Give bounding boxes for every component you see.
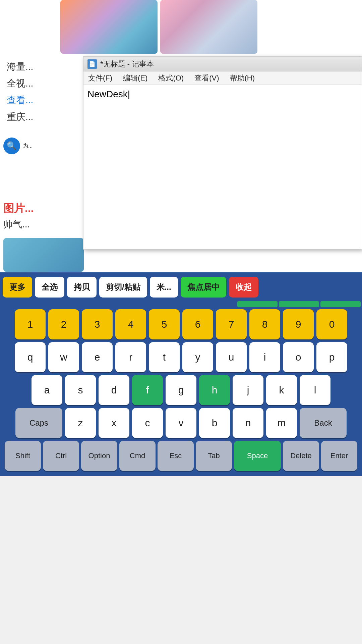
key-r[interactable]: r [115,342,146,372]
key-enter[interactable]: Enter [321,441,357,471]
key-y[interactable]: y [182,342,213,372]
key-q[interactable]: q [15,342,46,372]
section-label-image: 图片... [3,201,34,216]
toolbar-selectall-btn[interactable]: 全选 [35,277,64,298]
key-n[interactable]: n [233,408,263,438]
toolbar-extra-btn[interactable]: 米... [150,277,178,298]
key-z[interactable]: z [65,408,96,438]
toolbar-hide-btn[interactable]: 收起 [229,277,258,298]
menu-format[interactable]: 格式(O) [156,72,186,84]
search-label: 为... [23,143,33,150]
key-v[interactable]: v [166,408,196,438]
qwerty-row: q w e r t y u i o p [0,342,362,372]
notepad-content[interactable]: NewDesk [83,85,362,249]
key-9[interactable]: 9 [283,309,314,339]
key-d[interactable]: d [99,375,129,405]
key-u[interactable]: u [216,342,247,372]
keyboard: 1 2 3 4 5 6 7 8 9 0 q w e r t y u i o p … [0,299,362,476]
key-6[interactable]: 6 [182,309,213,339]
key-s[interactable]: s [65,375,96,405]
key-h[interactable]: h [199,375,230,405]
bottom-row: Shift Ctrl Option Cmd Esc Tab Space Dele… [0,441,362,471]
background-images [60,0,257,54]
asdf-row: a s d f g h j k l [0,375,362,405]
keyboard-toolbar: 更多 全选 拷贝 剪切/粘贴 米... 焦点居中 收起 [0,272,362,302]
link-quanshi[interactable]: 全视... [7,77,33,90]
toolbar-cutpaste-btn[interactable]: 剪切/粘贴 [99,277,147,298]
key-space[interactable]: Space [234,441,281,471]
number-row: 1 2 3 4 5 6 7 8 9 0 [0,309,362,339]
notepad-icon: 📄 [87,59,97,69]
notepad-window: 📄 *无标题 - 记事本 文件(F) 编辑(E) 格式(O) 查看(V) 帮助(… [83,56,362,250]
key-2[interactable]: 2 [48,309,79,339]
menu-edit[interactable]: 编辑(E) [121,72,149,84]
key-e[interactable]: e [82,342,113,372]
key-option[interactable]: Option [81,441,117,471]
green-accent-row [0,301,362,307]
key-1[interactable]: 1 [15,309,46,339]
key-5[interactable]: 5 [149,309,180,339]
key-tab[interactable]: Tab [196,441,232,471]
key-4[interactable]: 4 [115,309,146,339]
toolbar-copy-btn[interactable]: 拷贝 [67,277,97,298]
notepad-text: NewDesk [87,89,130,99]
menu-file[interactable]: 文件(F) [86,72,114,84]
key-backspace[interactable]: Back [300,408,347,438]
key-o[interactable]: o [283,342,314,372]
key-l[interactable]: l [300,375,330,405]
key-7[interactable]: 7 [216,309,247,339]
link-chongqing[interactable]: 重庆... [7,111,33,123]
notepad-titlebar: 📄 *无标题 - 记事本 [83,57,362,71]
key-0[interactable]: 0 [316,309,347,339]
link-chakan[interactable]: 查看... [7,94,33,107]
key-delete[interactable]: Delete [283,441,319,471]
key-cmd[interactable]: Cmd [119,441,156,471]
key-k[interactable]: k [266,375,297,405]
key-shift[interactable]: Shift [5,441,41,471]
key-w[interactable]: w [48,342,79,372]
key-x[interactable]: x [99,408,129,438]
toolbar-more-btn[interactable]: 更多 [3,277,32,298]
notepad-title: *无标题 - 记事本 [100,59,154,69]
sidebar-links: 海量... 全视... 查看... 重庆... [3,57,37,131]
key-i[interactable]: i [249,342,280,372]
key-caps[interactable]: Caps [15,408,62,438]
key-f[interactable]: f [132,375,163,405]
bg-image-2 [160,0,257,54]
key-8[interactable]: 8 [249,309,280,339]
key-p[interactable]: p [316,342,347,372]
key-c[interactable]: c [132,408,163,438]
zxcv-row: Caps z x c v b n m Back [0,408,362,438]
key-3[interactable]: 3 [82,309,113,339]
search-area: 🔍 为... [3,138,33,154]
bg-image-1 [60,0,158,54]
key-m[interactable]: m [266,408,297,438]
toolbar-focus-btn[interactable]: 焦点居中 [181,277,226,298]
key-b[interactable]: b [199,408,230,438]
key-t[interactable]: t [149,342,180,372]
thumbnail-image [3,238,84,272]
section-sub-label: 帅气... [3,218,30,231]
key-g[interactable]: g [166,375,196,405]
menu-view[interactable]: 查看(V) [192,72,221,84]
notepad-menubar: 文件(F) 编辑(E) 格式(O) 查看(V) 帮助(H) [83,71,362,85]
key-esc[interactable]: Esc [158,441,194,471]
link-hailiang[interactable]: 海量... [7,60,33,73]
menu-help[interactable]: 帮助(H) [228,72,257,84]
key-a[interactable]: a [32,375,62,405]
key-j[interactable]: j [233,375,263,405]
key-ctrl[interactable]: Ctrl [43,441,79,471]
search-icon: 🔍 [3,138,20,154]
